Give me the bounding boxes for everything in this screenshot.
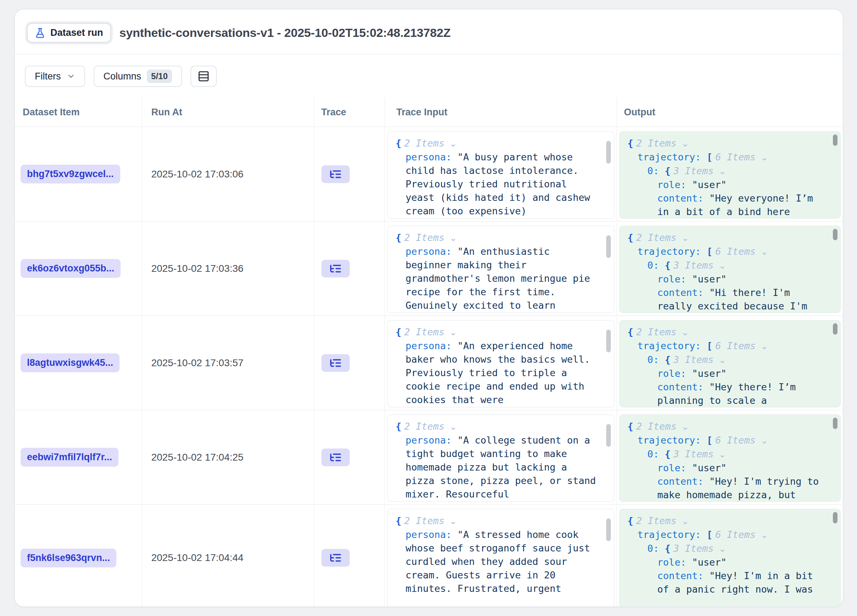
run-at-value: 2025-10-02 17:03:06 [151, 169, 243, 180]
run-at-value: 2025-10-02 17:04:44 [151, 552, 243, 563]
columns-button-label: Columns [104, 71, 142, 82]
chevron-down-icon [67, 72, 75, 80]
dataset-run-badge-label: Dataset run [50, 27, 103, 38]
chevron-down-icon[interactable] [679, 138, 689, 149]
scrollbar-thumb[interactable] [606, 235, 611, 258]
scrollbar-thumb[interactable] [833, 323, 837, 334]
dataset-item-badge[interactable]: l8agtuwxisgwk45... [20, 353, 119, 372]
chevron-down-icon[interactable] [716, 166, 726, 176]
table-row: eebwi7mfil7lqlf7r... 2025-10-02 17:04:25… [15, 410, 843, 505]
chevron-down-icon[interactable] [758, 529, 768, 540]
dataset-item-badge[interactable]: f5nk6lse963qrvn... [20, 549, 116, 567]
chevron-down-icon[interactable] [679, 327, 689, 337]
scrollbar-thumb[interactable] [606, 330, 611, 352]
page-title: synthetic-conversations-v1 - 2025-10-02T… [119, 26, 451, 40]
table-row: bhg7t5xv9zgwcel... 2025-10-02 17:03:06 {… [15, 127, 843, 221]
scrollbar-thumb[interactable] [833, 418, 837, 429]
column-header-dataset-item: Dataset Item [15, 98, 142, 127]
dataset-item-badge[interactable]: eebwi7mfil7lqlf7r... [20, 448, 119, 467]
trace-input-json[interactable]: {2 Items persona: "A busy parent whose c… [387, 131, 614, 218]
row-height-button[interactable] [190, 66, 217, 87]
scrollbar-thumb[interactable] [606, 424, 611, 447]
dataset-item-badge[interactable]: ek6oz6vtoxg055b... [20, 259, 121, 278]
trace-button[interactable] [321, 549, 350, 566]
columns-count-badge: 5/10 [147, 70, 172, 83]
chevron-down-icon[interactable] [758, 152, 768, 163]
json-key: persona [405, 435, 446, 446]
flask-icon [35, 28, 45, 38]
json-key: persona [405, 529, 446, 540]
scrollbar-thumb[interactable] [606, 518, 611, 541]
list-tree-icon [329, 451, 342, 464]
table-row: ek6oz6vtoxg055b... 2025-10-02 17:03:36 {… [15, 221, 843, 316]
chevron-down-icon[interactable] [447, 327, 457, 337]
chevron-down-icon[interactable] [679, 421, 689, 432]
list-tree-icon [329, 357, 342, 369]
chevron-down-icon[interactable] [716, 354, 726, 365]
output-json[interactable]: {2 Items trajectory: [6 Items 0: {3 Item… [619, 226, 841, 313]
filters-button[interactable]: Filters [25, 66, 85, 87]
run-at-value: 2025-10-02 17:03:36 [151, 263, 243, 274]
scrollbar-thumb[interactable] [606, 141, 611, 164]
json-key: persona [405, 340, 446, 351]
chevron-down-icon[interactable] [758, 435, 768, 446]
table-row: f5nk6lse963qrvn... 2025-10-02 17:04:44 {… [15, 505, 843, 607]
dataset-run-badge[interactable]: Dataset run [27, 23, 111, 43]
page-header: Dataset run synthetic-conversations-v1 -… [15, 9, 843, 54]
run-at-value: 2025-10-02 17:03:57 [151, 358, 243, 369]
trace-input-json[interactable]: {2 Items persona: "A college student on … [387, 415, 614, 502]
column-header-output: Output [617, 98, 843, 127]
trace-button[interactable] [321, 449, 350, 466]
list-tree-icon [329, 168, 342, 181]
scrollbar-thumb[interactable] [833, 135, 837, 146]
column-header-run-at: Run At [142, 98, 314, 127]
chevron-down-icon[interactable] [679, 515, 689, 526]
column-header-trace: Trace [314, 98, 385, 127]
chevron-down-icon[interactable] [716, 543, 726, 554]
run-at-value: 2025-10-02 17:04:25 [151, 452, 243, 463]
list-tree-icon [329, 262, 342, 275]
list-tree-icon [329, 551, 342, 564]
trace-input-json[interactable]: {2 Items persona: "A stressed home cook … [387, 509, 614, 607]
chevron-down-icon[interactable] [716, 260, 726, 271]
column-header-trace-input: Trace Input [385, 98, 617, 127]
chevron-down-icon[interactable] [447, 232, 457, 243]
columns-button[interactable]: Columns 5/10 [94, 66, 182, 87]
trace-input-json[interactable]: {2 Items persona: "An enthusiastic begin… [387, 226, 614, 313]
output-json[interactable]: {2 Items trajectory: [6 Items 0: {3 Item… [619, 415, 841, 502]
chevron-down-icon[interactable] [758, 340, 768, 351]
chevron-down-icon[interactable] [447, 421, 457, 432]
chevron-down-icon[interactable] [679, 232, 689, 243]
scrollbar-thumb[interactable] [833, 512, 837, 523]
chevron-down-icon[interactable] [447, 138, 457, 149]
dataset-run-card: Dataset run synthetic-conversations-v1 -… [14, 9, 843, 607]
chevron-down-icon[interactable] [716, 449, 726, 460]
trace-button[interactable] [321, 166, 350, 183]
trace-button[interactable] [321, 260, 350, 277]
json-key: persona [405, 152, 446, 163]
chevron-down-icon[interactable] [758, 246, 768, 257]
filters-button-label: Filters [35, 71, 61, 82]
json-key: persona [405, 246, 446, 257]
output-json[interactable]: {2 Items trajectory: [6 Items 0: {3 Item… [619, 320, 841, 407]
dataset-item-badge[interactable]: bhg7t5xv9zgwcel... [20, 165, 120, 183]
trace-button[interactable] [321, 354, 350, 372]
table-row: l8agtuwxisgwk45... 2025-10-02 17:03:57 {… [15, 316, 843, 410]
trace-input-json[interactable]: {2 Items persona: "An experienced home b… [387, 320, 614, 407]
scrollbar-thumb[interactable] [833, 229, 837, 240]
rows-icon [198, 70, 210, 82]
toolbar: Filters Columns 5/10 [15, 54, 843, 98]
output-json[interactable]: {2 Items trajectory: [6 Items 0: {3 Item… [619, 509, 841, 607]
chevron-down-icon[interactable] [447, 515, 457, 526]
table-header-row: Dataset Item Run At Trace Trace Input Ou… [15, 98, 843, 127]
output-json[interactable]: {2 Items trajectory: [6 Items 0: {3 Item… [619, 131, 841, 218]
